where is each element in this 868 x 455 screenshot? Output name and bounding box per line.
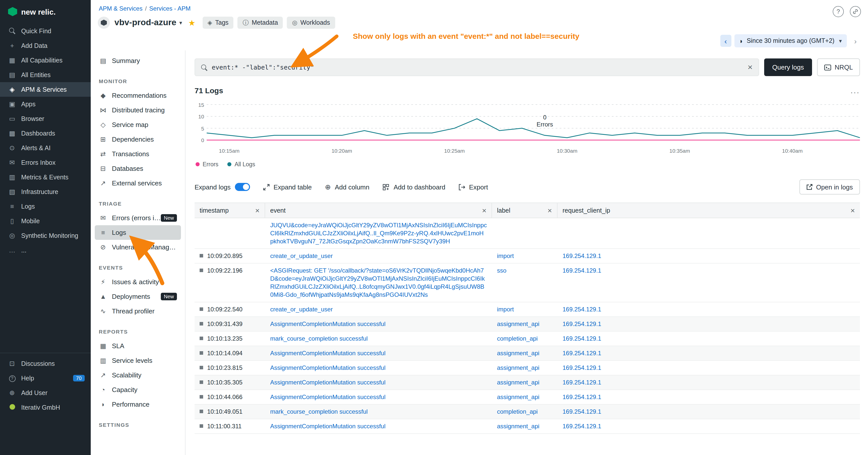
- expand-logs-toggle[interactable]: [235, 183, 250, 191]
- log-query-bar[interactable]: ×: [194, 59, 759, 76]
- log-query-input[interactable]: [212, 64, 743, 71]
- global-nav-item-add-data[interactable]: +Add Data: [0, 38, 91, 53]
- chip-workloads[interactable]: ◎Workloads: [287, 17, 335, 29]
- global-nav-item-errors-inbox[interactable]: ✉Errors Inbox: [0, 155, 91, 170]
- ip-link[interactable]: 169.254.129.1: [562, 267, 601, 274]
- label-link[interactable]: assignment_api: [497, 321, 539, 327]
- label-link[interactable]: import: [497, 306, 514, 313]
- sidebar-item-deployments[interactable]: ▲DeploymentsNew: [95, 289, 181, 304]
- event-link[interactable]: create_or_update_user: [270, 306, 333, 313]
- sidebar-item-transactions[interactable]: ⇄Transactions: [95, 147, 181, 161]
- help-icon[interactable]: ?: [833, 6, 844, 17]
- row-marker-icon[interactable]: [199, 268, 203, 272]
- ip-link[interactable]: 169.254.129.1: [562, 393, 601, 400]
- time-back-chevron[interactable]: ‹: [720, 35, 731, 47]
- newrelic-logo[interactable]: new relic.: [0, 0, 91, 24]
- chip-metadata[interactable]: ⓘMetadata: [238, 17, 283, 29]
- remove-column-icon[interactable]: ×: [255, 206, 259, 214]
- sidebar-item-external-services[interactable]: ↗External services: [95, 176, 181, 191]
- add-column-button[interactable]: ⊕ Add column: [325, 183, 370, 191]
- ip-link[interactable]: 169.254.129.1: [562, 364, 601, 371]
- ip-link[interactable]: 169.254.129.1: [562, 306, 601, 313]
- row-marker-icon[interactable]: [199, 381, 203, 384]
- event-link[interactable]: JUQVU&code=eyJraWQiOiJjcGltY29yZV8wOTl1M…: [270, 222, 487, 245]
- event-link[interactable]: AssignmentCompletionMutation successful: [270, 423, 385, 430]
- query-logs-button[interactable]: Query logs: [764, 59, 812, 76]
- event-link[interactable]: AssignmentCompletionMutation successful: [270, 321, 385, 327]
- event-link[interactable]: AssignmentCompletionMutation successful: [270, 379, 385, 386]
- table-row[interactable]: 10:10:35.305AssignmentCompletionMutation…: [194, 376, 860, 390]
- label-link[interactable]: assignment_api: [497, 379, 539, 386]
- table-row[interactable]: 10:09:22.540create_or_update_userimport1…: [194, 302, 860, 317]
- global-nav-item-apps[interactable]: ▣Apps: [0, 97, 91, 111]
- event-link[interactable]: create_or_update_user: [270, 253, 333, 260]
- sidebar-item-recommendations[interactable]: ◆Recommendations: [95, 88, 181, 103]
- chip-tags[interactable]: ◈Tags: [203, 17, 234, 29]
- ip-link[interactable]: 169.254.129.1: [562, 253, 601, 260]
- sidebar-item-databases[interactable]: ⊟Databases: [95, 161, 181, 176]
- row-marker-icon[interactable]: [199, 322, 203, 325]
- remove-column-icon[interactable]: ×: [548, 206, 552, 214]
- ip-link[interactable]: 169.254.129.1: [562, 350, 601, 357]
- nrql-button[interactable]: NRQL: [817, 59, 860, 76]
- favorite-star-icon[interactable]: ★: [188, 18, 195, 28]
- table-row[interactable]: 10:09:22.196<ASGIRequest: GET '/sso/call…: [194, 263, 860, 302]
- sidebar-item-performance[interactable]: ◗Performance: [95, 397, 181, 412]
- sidebar-item-issues-activity[interactable]: ⚡Issues & activity: [95, 274, 181, 289]
- row-marker-icon[interactable]: [199, 395, 203, 398]
- global-nav-item-mobile[interactable]: ▯Mobile: [0, 214, 91, 228]
- table-row[interactable]: 10:10:44.066AssignmentCompletionMutation…: [194, 390, 860, 404]
- label-link[interactable]: completion_api: [497, 408, 537, 415]
- sidebar-item-logs[interactable]: ≡Logs: [95, 225, 181, 240]
- expand-table-button[interactable]: Expand table: [263, 183, 312, 191]
- table-row[interactable]: 10:09:20.895create_or_update_userimport1…: [194, 249, 860, 263]
- table-row[interactable]: 10:10:49.051mark_course_completion succe…: [194, 404, 860, 419]
- permalink-icon[interactable]: [850, 6, 861, 17]
- global-nav-item-help[interactable]: ?Help70: [0, 371, 91, 386]
- ip-link[interactable]: 169.254.129.1: [562, 335, 601, 342]
- label-link[interactable]: assignment_api: [497, 364, 539, 371]
- global-nav-item-infrastructure[interactable]: ▧Infrastructure: [0, 185, 91, 199]
- sidebar-item-thread-profiler[interactable]: ∿Thread profiler: [95, 304, 181, 319]
- remove-column-icon[interactable]: ×: [850, 206, 855, 214]
- legend-item-errors[interactable]: Errors: [195, 161, 218, 167]
- global-nav-item-add-user[interactable]: ⊕Add User: [0, 386, 91, 400]
- event-link[interactable]: mark_course_completion successful: [270, 335, 368, 342]
- row-marker-icon[interactable]: [199, 336, 203, 340]
- label-link[interactable]: completion_api: [497, 335, 537, 342]
- legend-item-all-logs[interactable]: All Logs: [227, 161, 255, 167]
- global-nav-item-logs[interactable]: ≡Logs: [0, 199, 91, 214]
- sidebar-item-vulnerability-management[interactable]: ⊘Vulnerability Management: [95, 240, 181, 255]
- entity-dropdown-caret-icon[interactable]: ▾: [180, 20, 182, 26]
- table-row[interactable]: JUQVU&code=eyJraWQiOiJjcGltY29yZV8wOTl1M…: [194, 218, 860, 249]
- global-nav-item-synthetic-monitoring[interactable]: ◎Synthetic Monitoring: [0, 228, 91, 243]
- time-range-selector[interactable]: ◗ Since 30 minutes ago (GMT+2) ▾: [734, 34, 847, 47]
- event-link[interactable]: AssignmentCompletionMutation successful: [270, 350, 385, 357]
- global-nav-item-alerts-ai[interactable]: ⊙Alerts & AI: [0, 140, 91, 155]
- breadcrumb-link-apm-services[interactable]: APM & Services: [99, 5, 143, 12]
- more-options-icon[interactable]: ...: [850, 86, 860, 95]
- row-marker-icon[interactable]: [199, 410, 203, 413]
- ip-link[interactable]: 169.254.129.1: [562, 379, 601, 386]
- global-nav-item-item[interactable]: …...: [0, 243, 91, 258]
- clear-query-icon[interactable]: ×: [747, 63, 752, 71]
- sidebar-item-service-levels[interactable]: ▥Service levels: [95, 353, 181, 368]
- table-row[interactable]: 10:11:00.311AssignmentCompletionMutation…: [194, 419, 860, 434]
- sidebar-item-summary[interactable]: ▤Summary: [95, 54, 181, 68]
- global-nav-item-discussions[interactable]: ⊡Discussions: [0, 356, 91, 371]
- global-nav-item-browser[interactable]: ▭Browser: [0, 111, 91, 126]
- global-nav-item-all-capabilities[interactable]: ▦All Capabilities: [0, 53, 91, 67]
- global-nav-item-apm-services[interactable]: ◈APM & Services: [0, 82, 91, 97]
- global-nav-item-metrics-events[interactable]: ▥Metrics & Events: [0, 170, 91, 185]
- event-link[interactable]: mark_course_completion successful: [270, 408, 368, 415]
- sidebar-item-capacity[interactable]: ◔Capacity: [95, 383, 181, 397]
- ip-link[interactable]: 169.254.129.1: [562, 321, 601, 327]
- sidebar-item-sla[interactable]: ▦SLA: [95, 338, 181, 353]
- sidebar-item-scalability[interactable]: ↗Scalability: [95, 368, 181, 383]
- global-nav-item-quick-find[interactable]: Quick Find: [0, 24, 91, 38]
- sidebar-item-service-map[interactable]: ◇Service map: [95, 118, 181, 132]
- row-marker-icon[interactable]: [199, 307, 203, 311]
- sidebar-item-dependencies[interactable]: ⊞Dependencies: [95, 132, 181, 147]
- breadcrumb-link-services-apm[interactable]: Services - APM: [149, 5, 190, 12]
- open-in-logs-button[interactable]: Open in logs: [800, 180, 860, 195]
